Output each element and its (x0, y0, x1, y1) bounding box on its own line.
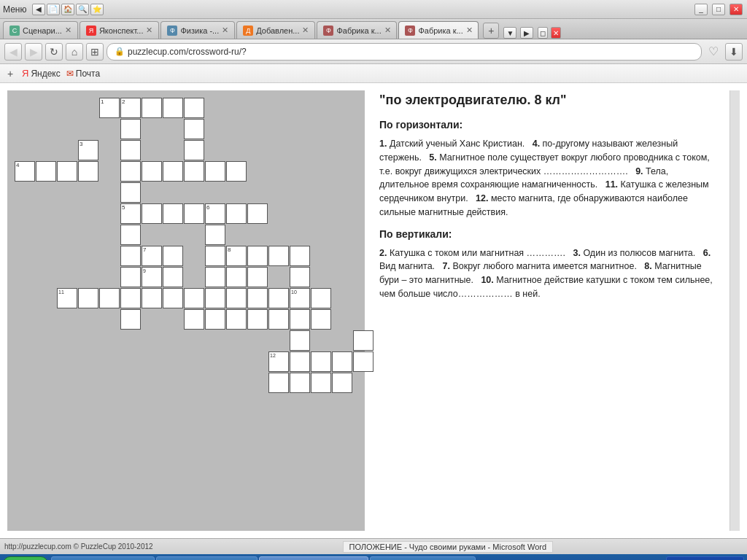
cell-9a-11b[interactable] (247, 288, 268, 308)
cell-1-6[interactable] (142, 98, 162, 118)
cell-8-10[interactable] (226, 267, 247, 287)
scroll-tabs-right[interactable]: ▶ (520, 27, 533, 39)
grid-button[interactable]: ⊞ (86, 43, 104, 61)
cell-5a-11[interactable] (247, 203, 268, 224)
add-bookmark-button[interactable]: + (4, 68, 16, 79)
cell-13a-13[interactable] (290, 373, 310, 393)
home-button[interactable]: 🏠 (61, 4, 74, 15)
cell-4-2[interactable] (36, 161, 56, 182)
cell-4-5[interactable] (120, 161, 141, 182)
cell-4-3[interactable] (57, 161, 77, 182)
cell-7a-13[interactable] (290, 246, 310, 266)
restore-button[interactable]: ◻ (538, 27, 548, 39)
favorites-button[interactable]: ♡ (705, 43, 722, 61)
cell-10-9[interactable] (205, 309, 225, 330)
tab-1-close[interactable]: ✕ (146, 26, 152, 35)
tab-5-close[interactable]: ✕ (466, 26, 473, 35)
cell-12a-13[interactable] (290, 351, 310, 372)
new-tab-button[interactable]: + (483, 23, 499, 39)
cell-9a-3[interactable]: 11 (57, 288, 77, 308)
cell-4-8[interactable] (184, 161, 204, 182)
taskbar-item-0[interactable]: 🌐 Фабрика кроссворд... (51, 556, 155, 560)
cell-5a-6[interactable] (142, 203, 162, 224)
cell-4-6[interactable] (142, 161, 162, 182)
cell-5-5[interactable] (120, 182, 141, 203)
cell-9-5[interactable] (120, 288, 141, 308)
cell-6-5[interactable] (120, 225, 141, 245)
close-button[interactable]: ✕ (729, 4, 743, 15)
cell-8a-7[interactable] (163, 267, 183, 287)
cell-1-5[interactable]: 2 (120, 98, 141, 118)
cell-11a-16[interactable] (353, 330, 374, 351)
cell-8a-13[interactable] (290, 267, 310, 287)
cell-9-9[interactable] (205, 288, 225, 308)
cell-12a-12[interactable]: 12 (268, 351, 289, 372)
start-button[interactable]: ⊞ Пуск (3, 556, 48, 560)
cell-9a-8b[interactable] (184, 288, 204, 308)
cell-10a-12[interactable] (268, 309, 289, 330)
cell-9a-6b[interactable] (142, 288, 162, 308)
tab-2[interactable]: Ф Физика -... ✕ (160, 21, 235, 39)
cell-5a-5[interactable]: 5 (120, 203, 141, 224)
cell-12a-15[interactable] (332, 351, 352, 372)
tab-3[interactable]: Д Добавлен... ✕ (236, 21, 315, 39)
cell-9-10[interactable] (226, 288, 247, 308)
address-bar[interactable]: 🔒 puzzlecup.com/crossword-ru/? (107, 43, 702, 61)
cell-7a-7[interactable] (163, 246, 183, 266)
cell-2-5[interactable] (120, 119, 141, 139)
cell-7a-11[interactable] (247, 246, 268, 266)
maximize-button[interactable]: □ (712, 4, 725, 15)
cell-4-4[interactable] (78, 161, 98, 182)
cell-10a-8[interactable] (184, 309, 204, 330)
scrollbar[interactable] (729, 90, 740, 531)
cell-8-9[interactable] (205, 267, 225, 287)
cell-3-5[interactable] (120, 140, 141, 160)
back-nav-button[interactable]: ◀ (4, 43, 22, 61)
cell-10a-14[interactable] (311, 309, 331, 330)
tab-4-close[interactable]: ✕ (384, 26, 391, 35)
downloads-button[interactable]: ⬇ (725, 43, 743, 61)
cell-5a-10[interactable] (226, 203, 247, 224)
close-tab-button[interactable]: ✕ (551, 27, 561, 39)
tab-0[interactable]: С Сценари... ✕ (3, 21, 78, 39)
bookmark-mail[interactable]: ✉ Почта (66, 69, 100, 79)
cell-5a-7[interactable] (163, 203, 183, 224)
tab-0-close[interactable]: ✕ (65, 26, 71, 35)
cell-4-10[interactable] (226, 161, 247, 182)
cell-12a-14[interactable] (311, 351, 331, 372)
scroll-tabs-left[interactable]: ▼ (503, 27, 516, 39)
cell-3-3[interactable]: 3 (78, 140, 98, 160)
cell-12a-16[interactable] (353, 351, 374, 372)
cell-1-4[interactable]: 1 (99, 98, 120, 118)
taskbar-item-3[interactable]: 📄 кроссворд 8 кл - Mic... (370, 556, 476, 560)
cell-9a-13[interactable]: 10 (290, 288, 310, 308)
page-button[interactable]: 📄 (47, 4, 60, 15)
cell-7a-10[interactable]: 8 (226, 246, 247, 266)
cell-11a-13[interactable] (290, 330, 310, 351)
cell-3-8[interactable] (184, 140, 204, 160)
cell-9a-12[interactable] (268, 288, 289, 308)
cell-8a-11[interactable] (247, 267, 268, 287)
tab-4[interactable]: Ф Фабрика к... ✕ (317, 21, 397, 39)
cell-5a-8[interactable] (184, 203, 204, 224)
cell-4-9[interactable] (205, 161, 225, 182)
cell-10a-11[interactable] (247, 309, 268, 330)
tab-5[interactable]: Ф Фабрика к... ✕ (398, 21, 479, 39)
cell-7-9[interactable] (205, 246, 225, 266)
cell-9a-5b[interactable] (99, 288, 120, 308)
cell-10a-10[interactable] (226, 309, 247, 330)
forward-nav-button[interactable]: ▶ (25, 43, 42, 61)
taskbar-item-2[interactable]: 📄 ПОЛОЖЕНИЕ - Чудо... (259, 556, 368, 560)
back-button[interactable]: ◀ (32, 4, 45, 15)
cell-1-7[interactable] (163, 98, 183, 118)
cell-13a-15[interactable] (332, 373, 352, 393)
magnify-button[interactable]: 🔍 (76, 4, 89, 15)
bookmark-yandex[interactable]: Я Яндекс (22, 68, 61, 79)
bookmark-button[interactable]: ⭐ (90, 4, 104, 15)
cell-13a-14[interactable] (311, 373, 331, 393)
cell-7a-12[interactable] (268, 246, 289, 266)
cell-6-9[interactable] (205, 225, 225, 245)
taskbar-item-1[interactable]: 📄 pril2 - Microsoft Word (156, 556, 257, 560)
cell-9a-7b[interactable] (163, 288, 183, 308)
cell-9a-4[interactable] (78, 288, 98, 308)
